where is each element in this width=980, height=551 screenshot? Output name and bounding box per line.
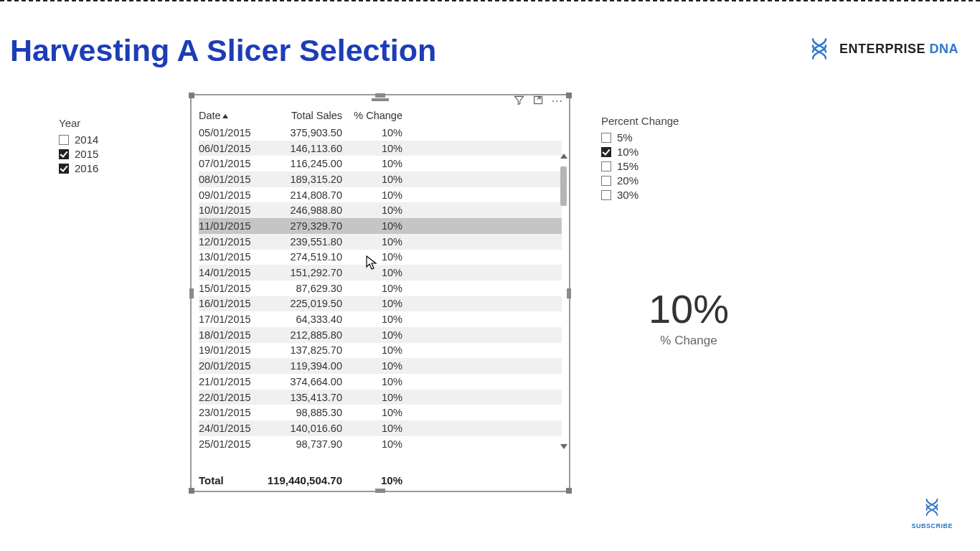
percent-change-slicer[interactable]: Percent Change 5%10%15%20%30%: [601, 115, 730, 203]
checkbox-icon[interactable]: [59, 135, 69, 145]
checkbox-icon[interactable]: [59, 149, 69, 159]
filter-icon[interactable]: [513, 94, 525, 109]
year-option-label: 2016: [75, 162, 98, 174]
resize-handle[interactable]: [189, 488, 194, 494]
subscribe-badge[interactable]: SUBSCRIBE: [911, 496, 953, 529]
table-row[interactable]: 23/01/201598,885.3010%: [199, 405, 562, 420]
table-row[interactable]: 08/01/2015189,315.2010%: [199, 171, 562, 187]
table-cell: 10%: [342, 189, 402, 201]
table-cell: 10%: [342, 220, 402, 232]
year-option[interactable]: 2014: [59, 133, 159, 146]
pct-option-label: 30%: [617, 189, 639, 201]
table-row[interactable]: 15/01/201587,629.3010%: [199, 281, 562, 296]
table-cell: 10%: [342, 314, 402, 325]
table-cell: 14/01/2015: [199, 267, 263, 278]
table-cell: 375,903.50: [263, 127, 342, 138]
table-cell: 19/01/2015: [199, 344, 263, 356]
table-row[interactable]: 06/01/2015146,113.6010%: [199, 141, 562, 156]
table-cell: 05/01/2015: [199, 127, 263, 138]
table-cell: 274,519.10: [263, 251, 342, 263]
table-cell: 98,737.90: [263, 438, 342, 450]
table-row[interactable]: 14/01/2015151,292.7010%: [199, 265, 562, 281]
table-cell: 10%: [342, 283, 402, 294]
focus-mode-icon[interactable]: [532, 94, 545, 109]
scroll-up-icon[interactable]: [560, 154, 567, 159]
table-cell: 12/01/2015: [199, 236, 263, 248]
checkbox-icon[interactable]: [59, 164, 69, 174]
checkbox-icon[interactable]: [601, 190, 611, 200]
table-cell: 10%: [342, 158, 402, 169]
table-cell: 140,016.60: [263, 423, 342, 434]
table-row[interactable]: 12/01/2015239,551.8010%: [199, 234, 562, 250]
table-row[interactable]: 18/01/2015212,885.8010%: [199, 327, 562, 343]
table-cell: 09/01/2015: [199, 189, 263, 201]
table-row[interactable]: 07/01/2015116,245.0010%: [199, 156, 562, 171]
table-cell: 246,988.80: [263, 204, 342, 216]
col-header-date[interactable]: Date: [199, 107, 263, 124]
table-cell: 10%: [342, 174, 402, 185]
pct-option-label: 20%: [617, 174, 639, 187]
table-visual[interactable]: ··· Date Total Sales % Change 05/01/2015…: [190, 94, 570, 492]
table-row[interactable]: 20/01/2015119,394.0010%: [199, 358, 562, 374]
table-cell: 22/01/2015: [199, 392, 263, 403]
percent-change-card: 10% % Change: [624, 286, 753, 348]
scroll-thumb[interactable]: [560, 166, 567, 206]
table-cell: 25/01/2015: [199, 438, 263, 450]
page-title: Harvesting A Slicer Selection: [10, 33, 436, 68]
table-cell: 10%: [342, 344, 402, 356]
table-row[interactable]: 19/01/2015137,825.7010%: [199, 343, 562, 359]
table-cell: 64,333.40: [263, 314, 342, 325]
year-slicer[interactable]: Year 201420152016: [59, 117, 159, 176]
table-row[interactable]: 17/01/201564,333.4010%: [199, 311, 562, 327]
pct-option-label: 10%: [617, 146, 639, 158]
table-body: 05/01/2015375,903.5010%06/01/2015146,113…: [192, 125, 569, 471]
table-cell: 116,245.00: [263, 158, 342, 169]
table-cell: 10%: [342, 376, 402, 387]
pct-option[interactable]: 5%: [601, 131, 730, 143]
checkbox-icon[interactable]: [601, 161, 611, 171]
dna-icon: [806, 36, 832, 62]
pct-option[interactable]: 30%: [601, 189, 730, 201]
dna-icon: [921, 496, 943, 518]
table-row[interactable]: 21/01/2015374,664.0010%: [199, 374, 562, 390]
table-header: Date Total Sales % Change: [192, 107, 569, 125]
table-row[interactable]: 09/01/2015214,808.7010%: [199, 187, 562, 203]
more-options-icon[interactable]: ···: [552, 98, 563, 104]
vertical-scrollbar[interactable]: [560, 154, 567, 449]
checkbox-icon[interactable]: [601, 176, 611, 186]
table-row[interactable]: 13/01/2015274,519.1010%: [199, 250, 562, 265]
checkbox-icon[interactable]: [601, 147, 611, 157]
sort-asc-icon: [222, 114, 228, 118]
year-option[interactable]: 2016: [59, 162, 159, 174]
table-cell: 87,629.30: [263, 283, 342, 294]
table-cell: 137,825.70: [263, 344, 342, 356]
table-cell: 374,664.00: [263, 376, 342, 387]
col-header-total-sales[interactable]: Total Sales: [263, 107, 342, 124]
table-row[interactable]: 11/01/2015279,329.7010%: [199, 218, 562, 234]
checkbox-icon[interactable]: [601, 133, 611, 143]
col-header-percent-change[interactable]: % Change: [342, 107, 402, 124]
resize-handle[interactable]: [566, 488, 572, 494]
table-cell: 10%: [342, 438, 402, 450]
pct-option[interactable]: 15%: [601, 160, 730, 172]
table-cell: 189,315.20: [263, 174, 342, 185]
table-row[interactable]: 24/01/2015140,016.6010%: [199, 420, 562, 436]
table-cell: 18/01/2015: [199, 329, 263, 341]
drag-handle-icon[interactable]: [372, 98, 389, 101]
card-label: % Change: [624, 334, 753, 348]
table-row[interactable]: 10/01/2015246,988.8010%: [199, 202, 562, 218]
pct-option[interactable]: 10%: [601, 146, 730, 158]
resize-handle[interactable]: [375, 489, 385, 493]
table-cell: 11/01/2015: [199, 220, 263, 232]
pct-option[interactable]: 20%: [601, 174, 730, 187]
table-cell: 10%: [342, 329, 402, 341]
table-row[interactable]: 25/01/201598,737.9010%: [199, 436, 562, 452]
table-cell: 06/01/2015: [199, 143, 263, 154]
table-cell: 119,394.00: [263, 360, 342, 372]
year-option[interactable]: 2015: [59, 148, 159, 160]
scroll-down-icon[interactable]: [560, 444, 567, 449]
table-row[interactable]: 22/01/2015135,413.7010%: [199, 390, 562, 405]
pct-slicer-label: Percent Change: [601, 115, 730, 127]
table-row[interactable]: 05/01/2015375,903.5010%: [199, 125, 562, 141]
table-row[interactable]: 16/01/2015225,019.5010%: [199, 296, 562, 312]
